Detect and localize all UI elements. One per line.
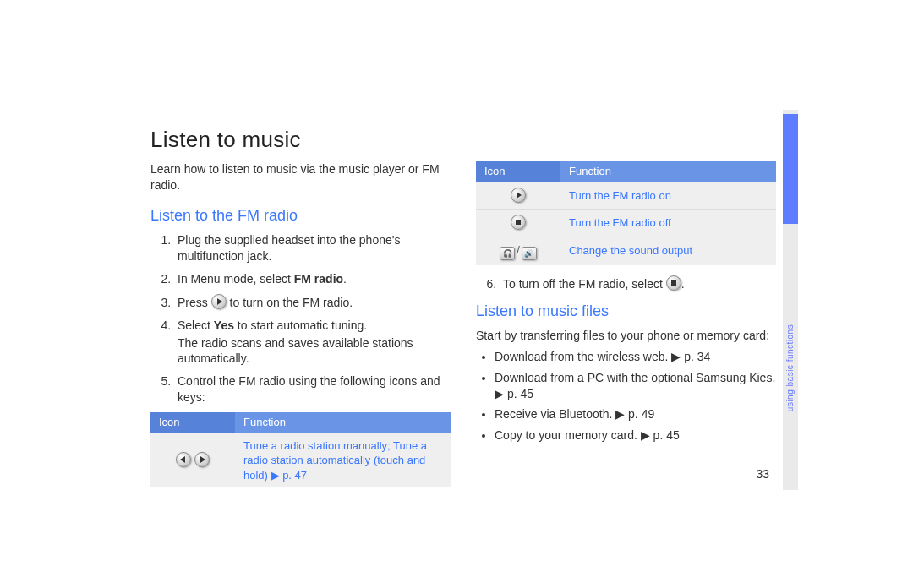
section-tab-bar: using basic functions <box>783 110 798 490</box>
tune-right-icon <box>194 452 210 467</box>
step-3-text-b: to turn on the FM radio. <box>227 296 353 309</box>
tune-left-icon <box>176 452 191 467</box>
table2-header-icon: Icon <box>476 161 560 182</box>
step-4-text-a: Select <box>178 318 214 332</box>
column-left: Learn how to listen to music via the mus… <box>150 161 451 487</box>
step-4-sub: The radio scans and saves available stat… <box>178 335 451 368</box>
intro-text: Learn how to listen to music via the mus… <box>150 161 451 193</box>
section-tab-label: using basic functions <box>785 242 795 495</box>
step-2: In Menu mode, select FM radio. <box>174 271 451 287</box>
table2-row1-function: Turn the FM radio on <box>560 182 776 210</box>
step-5: Control the FM radio using the following… <box>174 373 451 406</box>
step-2-text-c: . <box>343 272 347 286</box>
table-row: Tune a radio station manually; Tune a ra… <box>150 433 451 487</box>
table1-header-icon: Icon <box>150 412 235 433</box>
list-item: Download from a PC with the optional Sam… <box>495 370 776 402</box>
heading-fm-radio: Listen to the FM radio <box>150 205 451 226</box>
table1-header-function: Function <box>235 412 451 433</box>
headset-icon: 🎧 <box>500 247 515 260</box>
list-item: Receive via Bluetooth. ▶ p. 49 <box>495 406 776 422</box>
step-1: Plug the supplied headset into the phone… <box>174 232 451 264</box>
icon-table-2: Icon Function Turn the FM radio on Turn … <box>476 161 776 265</box>
table-row: 🎧/🔊 Change the sound output <box>476 237 776 265</box>
icon-table-1: Icon Function Tune a radio station manua… <box>150 412 451 487</box>
step-3: Press to turn on the FM radio. <box>174 294 451 311</box>
page-number: 33 <box>756 467 769 481</box>
step-6: To turn off the FM radio, select . <box>500 275 776 292</box>
fm-steps-list: Plug the supplied headset into the phone… <box>150 232 451 406</box>
column-right: Icon Function Turn the FM radio on Turn … <box>476 161 776 487</box>
list-item: Download from the wireless web. ▶ p. 34 <box>495 349 776 365</box>
fm-steps-list-cont: To turn off the FM radio, select . <box>476 275 776 292</box>
step-6-text-a: To turn off the FM radio, select <box>503 277 666 291</box>
slash-icon: / <box>517 243 520 256</box>
files-bullet-list: Download from the wireless web. ▶ p. 34 … <box>476 349 776 444</box>
page-content: Listen to music Learn how to listen to m… <box>150 127 776 482</box>
heading-music-files: Listen to music files <box>476 301 776 321</box>
speaker-icon: 🔊 <box>522 247 537 260</box>
step-6-text-b: . <box>681 277 685 291</box>
table-row: Turn the FM radio on <box>476 182 776 210</box>
radio-on-icon-cell <box>476 182 560 210</box>
tune-icons-cell <box>150 433 235 487</box>
step-4-bold: Yes <box>214 318 234 332</box>
table-row: Turn the FM radio off <box>476 210 776 237</box>
radio-off-icon-cell <box>476 210 560 237</box>
step-2-text-a: In Menu mode, select <box>178 272 294 286</box>
table1-row1-function: Tune a radio station manually; Tune a ra… <box>235 433 451 487</box>
list-item: Copy to your memory card. ▶ p. 45 <box>495 427 776 444</box>
step-3-text-a: Press <box>178 296 211 309</box>
table2-header-function: Function <box>560 161 776 182</box>
step-4-text-c: to start automatic tuning. <box>234 318 367 332</box>
play-icon <box>511 188 526 203</box>
files-intro: Start by transferring files to your phon… <box>476 328 776 344</box>
table2-row2-function: Turn the FM radio off <box>560 210 776 237</box>
play-icon <box>211 294 227 309</box>
step-2-bold: FM radio <box>294 272 343 286</box>
section-tab-active <box>783 114 798 224</box>
table2-row3-function: Change the sound output <box>560 237 776 265</box>
page-title: Listen to music <box>150 127 776 153</box>
step-4: Select Yes to start automatic tuning. Th… <box>174 318 451 368</box>
stop-icon <box>666 275 681 291</box>
sound-output-icon-cell: 🎧/🔊 <box>476 237 560 265</box>
stop-icon <box>511 215 526 230</box>
